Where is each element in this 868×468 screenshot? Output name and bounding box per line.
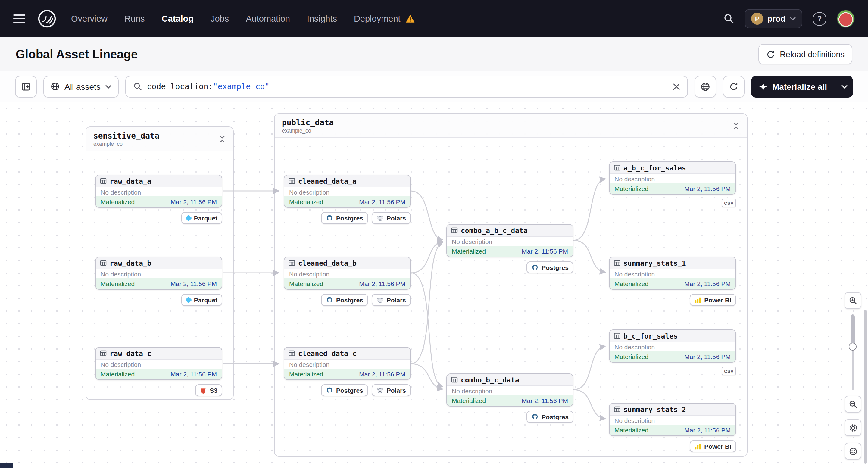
settings-gear-button[interactable] bbox=[844, 419, 861, 436]
tag-polars[interactable]: Polars bbox=[372, 384, 411, 396]
tag-s3[interactable]: S3 bbox=[195, 384, 222, 396]
group-name: public_data bbox=[282, 118, 334, 127]
nav-right-cluster: P prod ? bbox=[723, 9, 855, 28]
toggle-sidebar-button[interactable] bbox=[15, 75, 37, 97]
asset-tags: Postgres bbox=[446, 411, 574, 423]
user-avatar[interactable] bbox=[837, 10, 855, 28]
asset-node-summary-stats-2[interactable]: summary_stats_2 No description Materiali… bbox=[609, 403, 736, 436]
asset-name: summary_stats_1 bbox=[623, 259, 686, 267]
asset-node-raw-data-a[interactable]: raw_data_a No description MaterializedMa… bbox=[95, 175, 222, 208]
zoom-slider-track-upper[interactable] bbox=[850, 314, 855, 347]
tag-powerbi[interactable]: Power BI bbox=[690, 440, 736, 453]
deployment-switcher[interactable]: P prod bbox=[745, 9, 802, 28]
nav-item-automation[interactable]: Automation bbox=[246, 14, 290, 24]
asset-node-b-c-for-sales[interactable]: b_c_for_sales No description Materialize… bbox=[609, 330, 736, 363]
tag-label: Polars bbox=[387, 297, 406, 304]
tag-csv[interactable]: CSV bbox=[722, 199, 736, 207]
group-header[interactable]: public_data example_co bbox=[275, 114, 747, 138]
zoom-slider-handle[interactable] bbox=[849, 343, 857, 350]
asset-timestamp: Mar 2, 11:56 PM bbox=[522, 397, 568, 404]
group-header[interactable]: sensitive_data example_co bbox=[86, 127, 233, 151]
asset-node-summary-stats-1[interactable]: summary_stats_1 No description Materiali… bbox=[609, 257, 736, 290]
asset-tags: Postgres Polars bbox=[284, 384, 411, 396]
table-icon bbox=[614, 333, 620, 339]
nav-label: Catalog bbox=[162, 14, 194, 24]
zoom-in-button[interactable] bbox=[844, 292, 861, 309]
nav-label: Runs bbox=[124, 14, 145, 24]
tag-powerbi[interactable]: Power BI bbox=[690, 294, 736, 306]
tag-polars[interactable]: Polars bbox=[372, 212, 411, 224]
materialize-all-dropdown[interactable] bbox=[835, 75, 853, 97]
asset-node-raw-data-c[interactable]: raw_data_c No description MaterializedMa… bbox=[95, 347, 222, 380]
help-glyph: ? bbox=[817, 14, 822, 23]
vertical-scrollbar[interactable] bbox=[864, 310, 867, 464]
tag-postgres[interactable]: Postgres bbox=[321, 294, 368, 306]
search-icon[interactable] bbox=[723, 13, 734, 24]
nav-item-catalog[interactable]: Catalog bbox=[162, 14, 194, 24]
asset-status: Materialized bbox=[101, 280, 135, 287]
group-code-location: example_co bbox=[93, 141, 159, 147]
tag-postgres[interactable]: Postgres bbox=[321, 384, 368, 396]
tag-label: Power BI bbox=[704, 443, 731, 450]
asset-node-a-b-c-for-sales[interactable]: a_b_c_for_sales No description Materiali… bbox=[609, 161, 736, 194]
canvas-corner-badge bbox=[0, 463, 13, 468]
tag-postgres[interactable]: Postgres bbox=[526, 411, 574, 423]
table-icon bbox=[451, 227, 458, 234]
asset-node-cleaned-data-c[interactable]: cleaned_data_c No description Materializ… bbox=[284, 347, 411, 380]
asset-node-raw-data-b[interactable]: raw_data_b No description MaterializedMa… bbox=[95, 257, 222, 290]
asset-status: Materialized bbox=[452, 248, 486, 255]
asset-status: Materialized bbox=[614, 353, 648, 360]
collapse-group-icon[interactable] bbox=[219, 135, 226, 143]
hamburger-menu-icon[interactable] bbox=[13, 14, 25, 23]
nav-item-overview[interactable]: Overview bbox=[71, 14, 107, 24]
tag-label: CSV bbox=[724, 369, 734, 373]
asset-description: No description bbox=[96, 269, 222, 278]
asset-name: cleaned_data_a bbox=[298, 177, 356, 185]
materialize-all-button[interactable]: Materialize all bbox=[751, 75, 853, 97]
table-icon bbox=[288, 350, 295, 356]
reload-icon bbox=[766, 50, 775, 59]
asset-node-cleaned-data-a[interactable]: cleaned_data_a No description Materializ… bbox=[284, 175, 411, 208]
tag-postgres[interactable]: Postgres bbox=[526, 261, 574, 274]
nav-item-jobs[interactable]: Jobs bbox=[211, 14, 229, 24]
asset-description: No description bbox=[284, 187, 410, 196]
asset-filter-dropdown[interactable]: All assets bbox=[43, 75, 119, 97]
asset-description: No description bbox=[610, 342, 736, 351]
tag-parquet[interactable]: Parquet bbox=[181, 212, 222, 224]
nav-item-insights[interactable]: Insights bbox=[307, 14, 337, 24]
zoom-slider-track-lower[interactable] bbox=[852, 347, 854, 390]
materialize-all-main[interactable]: Materialize all bbox=[751, 75, 835, 97]
asset-node-combo-a-b-c-data[interactable]: combo_a_b_c_data No description Material… bbox=[446, 224, 574, 257]
tag-csv[interactable]: CSV bbox=[722, 367, 736, 375]
asset-timestamp: Mar 2, 11:56 PM bbox=[359, 280, 405, 287]
asset-status: Materialized bbox=[614, 280, 648, 287]
asset-node-combo-b-c-data[interactable]: combo_b_c_data No description Materializ… bbox=[446, 373, 574, 407]
graph-settings-button[interactable] bbox=[694, 75, 716, 97]
asset-tags: CSV bbox=[609, 367, 736, 375]
tag-label: CSV bbox=[724, 201, 734, 205]
zoom-out-button[interactable] bbox=[844, 396, 861, 413]
clear-search-button[interactable] bbox=[673, 83, 680, 90]
feedback-smiley-button[interactable] bbox=[844, 443, 861, 460]
asset-name: combo_b_c_data bbox=[461, 376, 519, 384]
asset-node-cleaned-data-b[interactable]: cleaned_data_b No description Materializ… bbox=[284, 257, 411, 290]
reload-definitions-button[interactable]: Reload definitions bbox=[758, 44, 852, 64]
table-icon bbox=[451, 376, 458, 383]
lineage-canvas[interactable]: sensitive_data example_co public_data ex… bbox=[0, 102, 868, 468]
refresh-button[interactable] bbox=[723, 75, 745, 97]
tag-postgres[interactable]: Postgres bbox=[321, 212, 368, 224]
page-header: Global Asset Lineage Reload definitions bbox=[0, 37, 868, 71]
help-button[interactable]: ? bbox=[813, 12, 827, 26]
collapse-group-icon[interactable] bbox=[733, 122, 740, 129]
tag-parquet[interactable]: Parquet bbox=[181, 294, 222, 306]
asset-description: No description bbox=[96, 360, 222, 369]
nav-item-runs[interactable]: Runs bbox=[124, 14, 145, 24]
tag-polars[interactable]: Polars bbox=[372, 294, 411, 306]
asset-search-input[interactable]: code_location: "example_co" bbox=[125, 75, 688, 97]
asset-timestamp: Mar 2, 11:56 PM bbox=[684, 185, 731, 192]
asset-status: Materialized bbox=[289, 370, 323, 378]
asset-filter-label: All assets bbox=[64, 82, 101, 91]
nav-item-deployment[interactable]: Deployment bbox=[354, 14, 415, 24]
asset-description: No description bbox=[610, 415, 736, 425]
dagster-logo-icon[interactable] bbox=[37, 9, 57, 28]
